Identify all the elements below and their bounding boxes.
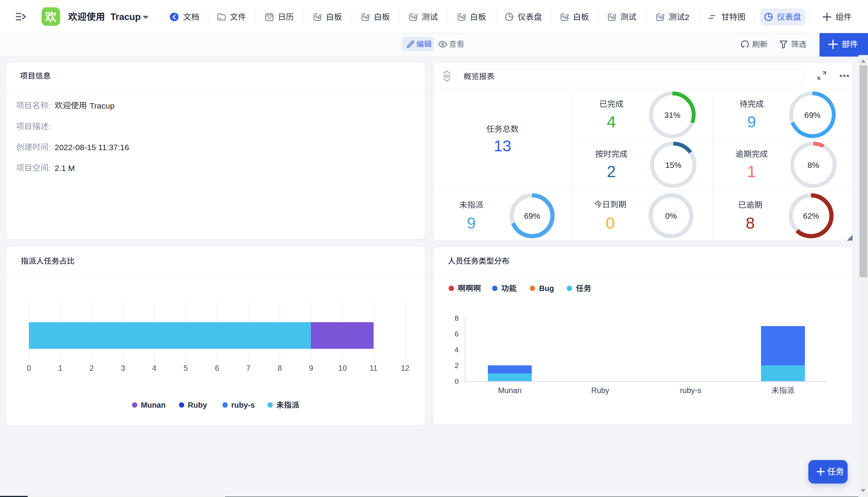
svg-text:3: 3 <box>121 364 125 372</box>
svg-text:9: 9 <box>467 214 476 232</box>
svg-text:2: 2 <box>454 361 459 370</box>
svg-text:Tracup: Tracup <box>110 12 141 22</box>
svg-text:7: 7 <box>246 364 250 372</box>
svg-text:0: 0 <box>454 377 459 385</box>
svg-text:2: 2 <box>607 162 616 181</box>
svg-text:8%: 8% <box>808 161 819 169</box>
svg-text:10: 10 <box>338 364 347 372</box>
svg-text:ruby-s: ruby-s <box>680 386 701 395</box>
svg-text:Ruby: Ruby <box>188 401 207 409</box>
svg-text:1: 1 <box>747 162 756 181</box>
svg-text:0: 0 <box>606 214 614 232</box>
svg-text:Bug: Bug <box>539 284 554 293</box>
svg-text::: : <box>48 101 51 110</box>
svg-text:ruby-s: ruby-s <box>231 401 255 409</box>
svg-text:2.1 M: 2.1 M <box>55 164 75 172</box>
svg-text:9: 9 <box>309 364 313 372</box>
svg-text:Munan: Munan <box>498 386 521 395</box>
svg-text::: : <box>48 164 51 172</box>
svg-text:0: 0 <box>27 364 31 372</box>
svg-text:8: 8 <box>277 364 282 372</box>
svg-text:69%: 69% <box>805 110 821 119</box>
svg-text:2022-08-15 11:37:16: 2022-08-15 11:37:16 <box>55 143 129 152</box>
svg-text:Munan: Munan <box>141 401 165 409</box>
svg-text:31%: 31% <box>664 110 681 119</box>
svg-text::: : <box>48 143 51 152</box>
svg-text:15%: 15% <box>665 161 681 169</box>
svg-text:2: 2 <box>685 13 689 22</box>
svg-text:1: 1 <box>58 364 62 372</box>
svg-text:6: 6 <box>215 364 219 372</box>
svg-text:Ruby: Ruby <box>591 386 609 395</box>
svg-text:Tracup: Tracup <box>90 101 115 110</box>
svg-text:12: 12 <box>401 364 409 372</box>
svg-text:8: 8 <box>746 214 754 232</box>
svg-text:5: 5 <box>184 364 188 372</box>
svg-text:0%: 0% <box>665 211 677 220</box>
svg-text:9: 9 <box>747 113 756 131</box>
svg-text:4: 4 <box>454 346 459 354</box>
svg-text:4: 4 <box>152 364 156 372</box>
svg-text:11: 11 <box>369 364 377 372</box>
svg-text:69%: 69% <box>524 211 540 220</box>
svg-text:13: 13 <box>494 137 511 155</box>
svg-text::: : <box>48 122 51 131</box>
svg-text:62%: 62% <box>803 211 819 220</box>
svg-text:4: 4 <box>607 113 616 131</box>
svg-text:8: 8 <box>454 314 459 322</box>
svg-text:2: 2 <box>89 364 93 372</box>
svg-text:6: 6 <box>454 330 459 338</box>
